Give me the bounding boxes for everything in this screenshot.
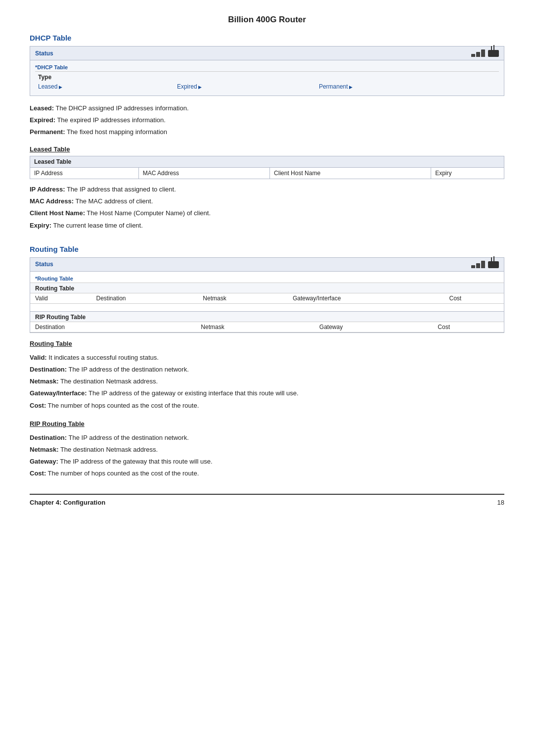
rip-netmask-desc: Netmask: The destination Netmask address…: [30, 444, 504, 455]
rip-gateway-bold: Gateway:: [30, 458, 58, 465]
leased-col-ip: IP Address: [30, 168, 139, 179]
dhcp-heading: DHCP Table: [30, 34, 504, 42]
dhcp-permanent-text: The fixed host mapping information: [67, 128, 167, 136]
routing-signal-bar-2: [476, 263, 480, 268]
leased-hostname-desc: Client Host Name: The Host Name (Compute…: [30, 208, 504, 219]
dhcp-permanent-bold: Permanent:: [30, 128, 65, 136]
dhcp-expired-bold: Expired:: [30, 116, 55, 124]
leased-hostname-bold: Client Host Name:: [30, 209, 85, 217]
rip-col-gateway: Gateway: [314, 322, 433, 332]
leased-ip-desc: IP Address: The IP address that assigned…: [30, 184, 504, 195]
routing-panel-section-title: *Routing Table: [30, 274, 504, 283]
leased-desc-block: IP Address: The IP address that assigned…: [30, 184, 504, 231]
dhcp-panel-section-title: *DHCP Table: [35, 62, 499, 72]
rip-destination-bold: Destination:: [30, 434, 67, 441]
rip-destination-text: The IP address of the destination networ…: [67, 434, 189, 441]
routing-col-gateway-interface: Gateway/Interface: [288, 293, 445, 304]
routing-section: Routing Table Status *Routing Table Rout…: [30, 245, 504, 479]
rip-sub-heading: RIP Routing Table: [30, 420, 504, 427]
dhcp-leased-link[interactable]: Leased: [38, 83, 62, 90]
routing-valid-desc: Valid: It indicates a successful routing…: [30, 352, 504, 363]
routing-cost-desc: Cost: The number of hops counted as the …: [30, 400, 504, 411]
signal-bar-3: [481, 49, 485, 57]
routing-col-netmask: Netmask: [198, 293, 288, 304]
network-icon: [471, 49, 499, 57]
routing-sub-heading: Routing Table: [30, 340, 504, 347]
rip-col-destination: Destination: [30, 322, 196, 332]
routing-cost-text: The number of hops counted as the cost o…: [46, 402, 199, 409]
routing-gateway-desc: Gateway/Interface: The IP address of the…: [30, 388, 504, 399]
leased-section: Leased Table Leased Table IP Address MAC…: [30, 145, 504, 231]
routing-router-icon: [488, 261, 499, 268]
leased-mac-desc: MAC Address: The MAC address of client.: [30, 196, 504, 207]
rip-table: Destination Netmask Gateway Cost: [30, 322, 504, 332]
routing-signal-bar-3: [481, 261, 485, 268]
leased-table-heading: Leased Table: [30, 145, 504, 153]
dhcp-type-label: Type: [35, 73, 499, 82]
page-title: Billion 400G Router: [30, 15, 504, 25]
rip-col-netmask: Netmask: [196, 322, 314, 332]
routing-signal-bar-1: [471, 265, 475, 268]
rip-section: RIP Routing Table Destination Netmask Ga…: [30, 311, 504, 332]
leased-mac-text: The MAC address of client.: [74, 197, 153, 205]
rip-cost-bold: Cost:: [30, 470, 46, 477]
routing-panel-header: Status: [30, 258, 504, 272]
rip-netmask-bold: Netmask:: [30, 446, 59, 453]
leased-col-hostname: Client Host Name: [270, 168, 431, 179]
routing-destination-text: The IP address of the destination networ…: [67, 366, 189, 373]
routing-netmask-bold: Netmask:: [30, 378, 59, 385]
router-icon: [488, 50, 499, 57]
dhcp-permanent-link[interactable]: Permanent: [319, 83, 353, 90]
rip-table-subtitle: RIP Routing Table: [30, 312, 504, 322]
rip-gateway-desc: Gateway: The IP address of the gateway t…: [30, 456, 504, 467]
routing-destination-desc: Destination: The IP address of the desti…: [30, 364, 504, 375]
dhcp-panel-inner: *DHCP Table Type Leased Expired Permanen…: [30, 60, 504, 95]
routing-table: Valid Destination Netmask Gateway/Interf…: [30, 293, 504, 310]
routing-valid-text: It indicates a successful routing status…: [47, 354, 159, 361]
routing-status-panel: Status *Routing Table Routing Table Vali…: [30, 257, 504, 333]
leased-table: Leased Table IP Address MAC Address Clie…: [30, 156, 504, 179]
routing-col-destination: Destination: [91, 293, 198, 304]
dhcp-expired-link[interactable]: Expired: [177, 83, 202, 90]
footer-chapter: Chapter 4: Configuration: [30, 499, 105, 506]
rip-desc-block: Destination: The IP address of the desti…: [30, 432, 504, 479]
dhcp-leased-link-cell[interactable]: Leased: [35, 82, 174, 92]
rip-destination-desc: Destination: The IP address of the desti…: [30, 432, 504, 443]
routing-table-subtitle: Routing Table: [30, 283, 504, 293]
routing-heading: Routing Table: [30, 245, 504, 253]
leased-ip-bold: IP Address:: [30, 186, 65, 193]
routing-panel-inner: *Routing Table Routing Table Valid Desti…: [30, 272, 504, 333]
dhcp-status-panel: Status *DHCP Table Type Leased Expired P…: [30, 46, 504, 96]
leased-section-header: Leased Table: [30, 156, 504, 168]
leased-ip-text: The IP address that assigned to client.: [65, 186, 176, 193]
leased-mac-bold: MAC Address:: [30, 197, 74, 205]
dhcp-desc-block: Leased: The DHCP assigned IP addresses i…: [30, 103, 504, 138]
routing-status-label: Status: [35, 261, 53, 268]
routing-cost-bold: Cost:: [30, 402, 46, 409]
leased-col-expiry: Expiry: [431, 168, 504, 179]
routing-netmask-text: The destination Netmask address.: [59, 378, 158, 385]
signal-bar-2: [476, 52, 480, 57]
dhcp-leased-bold: Leased:: [30, 104, 54, 112]
dhcp-permanent-desc: Permanent: The fixed host mapping inform…: [30, 127, 504, 138]
rip-gateway-text: The IP address of the gateway that this …: [58, 458, 213, 465]
leased-expiry-bold: Expiry:: [30, 222, 51, 229]
routing-desc-block: Valid: It indicates a successful routing…: [30, 352, 504, 411]
dhcp-permanent-link-cell[interactable]: Permanent: [316, 82, 499, 92]
dhcp-expired-desc: Expired: The expired IP addresses inform…: [30, 115, 504, 126]
routing-destination-bold: Destination:: [30, 366, 67, 373]
dhcp-section: DHCP Table Status *DHCP Table Type Lease…: [30, 34, 504, 138]
signal-bar-1: [471, 54, 475, 57]
routing-network-icon: [471, 261, 499, 268]
leased-col-mac: MAC Address: [138, 168, 269, 179]
dhcp-expired-text: The expired IP addresses information.: [57, 116, 165, 124]
leased-section-header-row: Leased Table: [30, 156, 504, 168]
routing-valid-bold: Valid:: [30, 354, 47, 361]
leased-expiry-desc: Expiry: The current lease time of client…: [30, 220, 504, 231]
dhcp-expired-link-cell[interactable]: Expired: [174, 82, 316, 92]
routing-spacer-row: [30, 303, 504, 309]
rip-cost-desc: Cost: The number of hops counted as the …: [30, 468, 504, 479]
page-footer: Chapter 4: Configuration 18: [30, 494, 504, 506]
routing-netmask-desc: Netmask: The destination Netmask address…: [30, 376, 504, 387]
leased-hostname-text: The Host Name (Computer Name) of client.: [85, 209, 211, 217]
